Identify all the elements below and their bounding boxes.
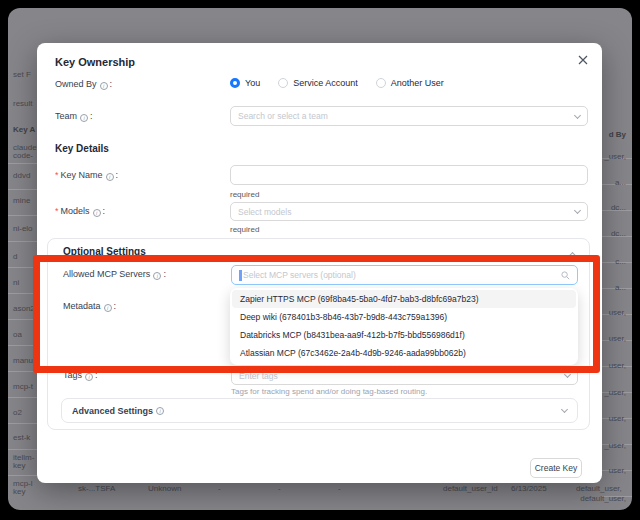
bg-fragment: code- [13, 151, 33, 160]
bg-row-cell: - [338, 484, 341, 493]
mcp-servers-label-text: Allowed MCP Servers [63, 269, 150, 279]
optional-settings-heading[interactable]: Optional Settings [63, 246, 146, 257]
bg-fragment: oa [13, 330, 22, 339]
bg-fragment: a... [615, 283, 626, 292]
required-asterisk: * [55, 170, 59, 180]
info-icon: i [153, 272, 161, 280]
mcp-servers-input[interactable] [243, 270, 561, 280]
radio-service-account-label: Service Account [293, 78, 358, 88]
info-icon: i [104, 304, 112, 312]
bg-row-cell: - [218, 484, 221, 493]
mcp-servers-label: Allowed MCP Serversi: [63, 269, 166, 280]
key-name-label: *Key Namei: [55, 170, 118, 181]
chevron-up-icon[interactable] [569, 252, 576, 259]
bg-table-header: Key A [13, 125, 35, 134]
bg-fragment: d [13, 252, 17, 261]
advanced-settings-toggle[interactable]: Advanced Settings i [61, 398, 578, 423]
mcp-servers-dropdown: Zapier HTTPS MCP (69f8ba45-5ba0-4fd7-bab… [230, 288, 578, 365]
owned-by-radio-group: You Service Account Another User [230, 78, 444, 88]
tags-helper-text: Tags for tracking spend and/or doing tag… [231, 387, 427, 396]
info-icon: i [106, 173, 114, 181]
models-required-hint: required [230, 225, 259, 234]
bg-fragment: default_user, [580, 494, 626, 503]
bg-fragment: o2 [13, 408, 22, 417]
text-cursor [239, 270, 242, 281]
bg-fragment: ni-elo [13, 224, 33, 233]
key-details-heading: Key Details [55, 143, 109, 154]
bg-fragment: user, [609, 466, 626, 475]
bg-fragment: mine [13, 196, 30, 205]
create-key-button[interactable]: Create Key [530, 458, 582, 478]
screenshot-root: set F result Key A claude code- ddvd min… [0, 0, 640, 520]
bg-fragment: set F [13, 70, 31, 79]
bg-row-cell: sk-...TSFA [78, 484, 115, 493]
info-icon: i [156, 407, 164, 415]
mcp-servers-select[interactable] [231, 265, 578, 285]
search-icon [561, 271, 570, 280]
chevron-down-icon [561, 406, 568, 413]
mcp-option-atlassian[interactable]: Atlassian MCP (67c3462e-2a4b-4d9b-9246-a… [232, 344, 576, 362]
radio-unselected-icon [278, 78, 288, 88]
mcp-option-zapier[interactable]: Zapier HTTPS MCP (69f8ba45-5ba0-4fd7-bab… [232, 290, 576, 308]
bg-fragment: a... [615, 178, 626, 187]
bg-fragment: _user, [604, 388, 626, 397]
modal-title: Key Ownership [55, 56, 135, 68]
tags-select[interactable] [231, 366, 578, 385]
close-icon[interactable] [577, 55, 589, 67]
bg-fragment: est-k [13, 433, 30, 442]
chevron-down-icon [564, 371, 571, 378]
bg-fragment: dc... [611, 229, 626, 238]
bg-row-cell: - [278, 484, 281, 493]
key-name-required-hint: required [230, 190, 259, 199]
bg-fragment: ni [13, 278, 19, 287]
bg-fragment: ason2 [13, 304, 35, 313]
bg-table-header: d By [609, 130, 626, 139]
radio-another-user[interactable]: Another User [376, 78, 444, 88]
bg-fragment: user, [609, 308, 626, 317]
key-ownership-modal: Key Ownership Owned Byi: You Service Acc… [37, 43, 602, 483]
team-label-text: Team [55, 111, 77, 121]
chevron-down-icon [574, 111, 581, 118]
team-select[interactable] [230, 106, 588, 126]
metadata-label: Metadatai: [63, 301, 116, 312]
bg-fragment: key [13, 487, 25, 496]
key-name-label-text: Key Name [61, 170, 103, 180]
bg-fragment: _user, [604, 152, 626, 161]
key-name-field[interactable] [230, 165, 588, 185]
bg-row-cell: default_user, [576, 484, 622, 493]
radio-service-account[interactable]: Service Account [278, 78, 358, 88]
models-select[interactable] [230, 202, 588, 221]
radio-selected-icon [230, 78, 240, 88]
bg-fragment: manu [13, 356, 33, 365]
info-icon: i [80, 114, 88, 122]
bg-fragment: user, [609, 361, 626, 370]
radio-you[interactable]: You [230, 78, 260, 88]
info-icon: i [100, 82, 108, 90]
mcp-option-databricks[interactable]: Databricks MCP (b8431bea-aa9f-412b-b7f5-… [232, 326, 576, 344]
models-label-text: Models [61, 206, 90, 216]
required-asterisk: * [55, 206, 59, 216]
bg-fragment: key [13, 461, 25, 470]
tags-input[interactable] [239, 371, 565, 381]
models-select-input[interactable] [238, 207, 575, 217]
owned-by-label-text: Owned By [55, 79, 97, 89]
radio-unselected-icon [376, 78, 386, 88]
models-label: *Modelsi: [55, 206, 105, 217]
tags-label-text: Tags [63, 370, 82, 380]
info-icon: i [93, 209, 101, 217]
bg-fragment: mcp-t [13, 382, 33, 391]
bg-fragment: user, [609, 414, 626, 423]
bg-fragment: _user, [604, 441, 626, 450]
owned-by-label: Owned Byi: [55, 79, 112, 90]
bg-row-cell: default_user_id [443, 484, 498, 493]
bg-fragment: dc... [611, 203, 626, 212]
mcp-option-deep-wiki[interactable]: Deep wiki (678401b3-8b46-43b7-b9d8-443c7… [232, 308, 576, 326]
bg-fragment: c... [615, 257, 626, 266]
radio-you-label: You [245, 78, 260, 88]
team-select-input[interactable] [238, 111, 575, 121]
bg-row-cell: 6/13/2025 [511, 484, 547, 493]
radio-another-user-label: Another User [391, 78, 444, 88]
chevron-down-icon [574, 207, 581, 214]
team-label: Teami: [55, 111, 93, 122]
key-name-input[interactable] [238, 170, 580, 180]
